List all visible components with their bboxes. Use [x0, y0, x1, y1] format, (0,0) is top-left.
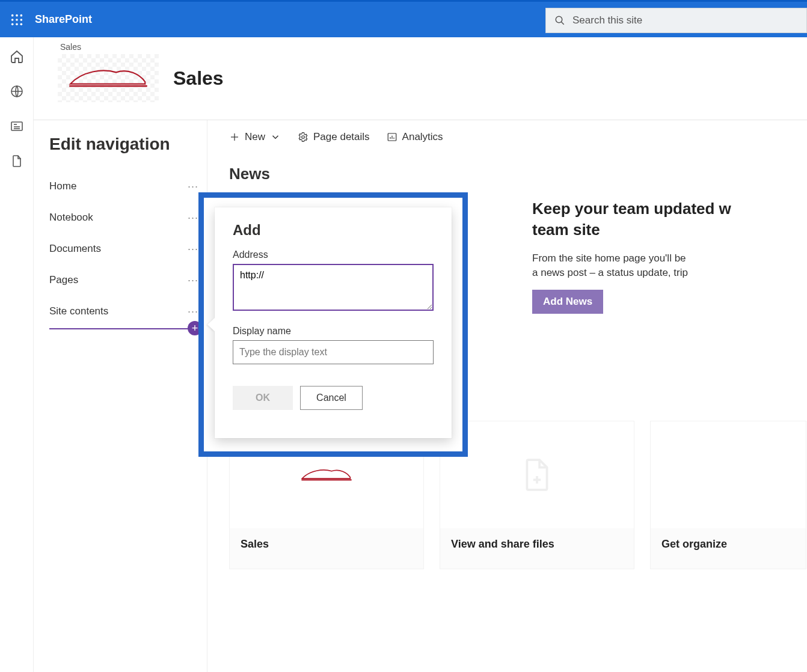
svg-point-18	[302, 136, 305, 139]
globe-icon[interactable]	[10, 84, 24, 99]
document-icon	[522, 457, 552, 492]
svg-point-9	[556, 16, 562, 23]
breadcrumb[interactable]: Sales	[60, 42, 807, 52]
file-icon[interactable]	[10, 154, 24, 168]
address-label: Address	[233, 249, 434, 260]
dialog-highlight-frame: Add Address Display name OK Cancel	[198, 192, 468, 457]
edit-navigation-panel: Edit navigation Home ··· Notebook ··· Do…	[34, 120, 207, 672]
nav-item-label: Documents	[49, 243, 101, 255]
address-input[interactable]	[233, 264, 434, 311]
svg-point-1	[16, 14, 18, 16]
svg-rect-12	[11, 122, 22, 130]
svg-point-7	[16, 23, 18, 25]
car-logo-icon	[299, 466, 354, 484]
card-thumbnail	[440, 421, 634, 528]
more-icon[interactable]: ···	[188, 243, 198, 255]
nav-item-label: Notebook	[49, 212, 93, 224]
svg-point-3	[11, 19, 14, 21]
chart-icon	[387, 132, 397, 142]
card-title: Sales	[241, 538, 413, 551]
gear-icon	[298, 132, 308, 142]
add-link-dialog: Add Address Display name OK Cancel	[215, 207, 452, 438]
display-name-input[interactable]	[233, 340, 434, 364]
plus-icon	[229, 132, 240, 142]
news-heading: Keep your team updated w team site	[532, 198, 731, 240]
add-news-button[interactable]: Add News	[532, 290, 603, 314]
news-icon[interactable]	[10, 119, 24, 133]
cmd-label: Page details	[313, 131, 370, 143]
product-name[interactable]: SharePoint	[35, 13, 92, 26]
site-header: Sales Sales	[34, 37, 807, 120]
command-bar: New Page details Analytics	[207, 120, 807, 154]
nav-item-label: Pages	[49, 274, 78, 286]
svg-point-8	[20, 23, 23, 25]
card-title: Get organize	[661, 538, 795, 551]
card-thumbnail	[651, 421, 806, 528]
news-body: From the site home page you'll be a news…	[532, 251, 731, 280]
more-icon[interactable]: ···	[188, 274, 198, 287]
cmd-label: New	[245, 131, 265, 143]
panel-title: Edit navigation	[49, 135, 198, 154]
page-details-button[interactable]: Page details	[298, 131, 370, 143]
activity-card[interactable]: Get organize	[650, 421, 806, 569]
cancel-button[interactable]: Cancel	[300, 386, 363, 410]
dialog-title: Add	[233, 222, 434, 239]
display-name-label: Display name	[233, 326, 434, 337]
site-logo[interactable]	[58, 54, 159, 102]
chevron-down-icon	[270, 132, 281, 142]
insert-position-indicator[interactable]: +	[49, 328, 198, 329]
search-box[interactable]	[545, 8, 807, 33]
svg-point-4	[16, 19, 18, 21]
new-button[interactable]: New	[229, 131, 281, 143]
more-icon[interactable]: ···	[188, 305, 198, 318]
home-icon[interactable]	[10, 49, 24, 64]
app-launcher[interactable]	[0, 3, 34, 37]
nav-item-label: Home	[49, 180, 76, 192]
svg-point-5	[20, 19, 23, 21]
svg-point-2	[20, 14, 23, 16]
search-input[interactable]	[572, 14, 798, 26]
news-section-title: News	[229, 165, 807, 183]
ok-button[interactable]: OK	[233, 386, 293, 410]
cmd-label: Analytics	[402, 131, 443, 143]
nav-item-site-contents[interactable]: Site contents ···	[49, 296, 198, 327]
nav-item-documents[interactable]: Documents ···	[49, 233, 198, 264]
svg-line-10	[561, 22, 564, 25]
more-icon[interactable]: ···	[188, 180, 198, 193]
car-logo-icon	[66, 63, 150, 93]
analytics-button[interactable]: Analytics	[387, 131, 443, 143]
svg-point-0	[11, 14, 14, 16]
activity-card[interactable]: View and share files	[440, 421, 634, 569]
nav-item-notebook[interactable]: Notebook ···	[49, 202, 198, 233]
search-icon	[554, 15, 565, 26]
nav-item-label: Site contents	[49, 305, 108, 317]
nav-item-home[interactable]: Home ···	[49, 171, 198, 202]
svg-point-6	[11, 23, 14, 25]
nav-item-pages[interactable]: Pages ···	[49, 264, 198, 296]
left-rail	[0, 37, 34, 672]
waffle-icon	[10, 13, 23, 26]
suite-bar: SharePoint	[0, 0, 807, 37]
more-icon[interactable]: ···	[188, 212, 198, 224]
card-title: View and share files	[451, 538, 623, 551]
news-promo: Keep your team updated w team site From …	[532, 198, 731, 314]
site-title: Sales	[173, 67, 224, 90]
